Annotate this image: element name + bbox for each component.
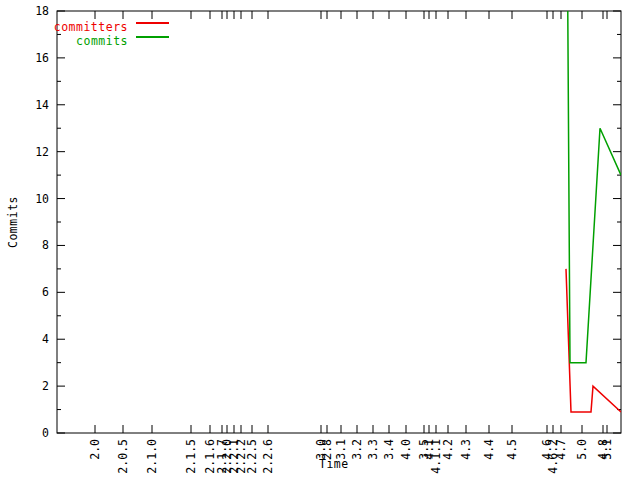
- svg-text:4.5: 4.5: [505, 439, 519, 460]
- svg-text:4.4: 4.4: [482, 439, 496, 460]
- svg-text:6: 6: [42, 285, 49, 299]
- svg-text:3.3: 3.3: [366, 439, 380, 460]
- legend-line-sample-commits: [136, 36, 169, 38]
- svg-text:4.7: 4.7: [554, 439, 568, 460]
- svg-text:4.0: 4.0: [399, 439, 413, 460]
- series-line-committers: [566, 269, 621, 412]
- svg-text:4: 4: [42, 332, 49, 346]
- svg-text:3.4: 3.4: [382, 439, 396, 460]
- axis-ticks: [57, 11, 621, 433]
- svg-text:2.1.0: 2.1.0: [145, 439, 159, 474]
- svg-text:8: 8: [42, 238, 49, 252]
- legend: committers commits: [0, 16, 180, 44]
- svg-text:12: 12: [35, 145, 49, 159]
- svg-text:14: 14: [35, 98, 49, 112]
- legend-item-committers: committers: [0, 16, 180, 30]
- plot-border: [57, 11, 621, 433]
- svg-text:4.2: 4.2: [441, 439, 455, 460]
- svg-text:2.0.5: 2.0.5: [116, 439, 130, 474]
- svg-text:4.3: 4.3: [459, 439, 473, 460]
- y-axis-title: Commits: [6, 196, 20, 248]
- svg-text:3.2: 3.2: [350, 439, 364, 460]
- svg-text:2: 2: [42, 379, 49, 393]
- svg-text:10: 10: [35, 192, 49, 206]
- svg-text:5.1: 5.1: [600, 439, 614, 460]
- svg-text:2.1.5: 2.1.5: [184, 439, 198, 474]
- svg-text:2.2.5: 2.2.5: [245, 439, 259, 474]
- legend-label-commits: commits: [0, 34, 128, 48]
- svg-text:2.2.6: 2.2.6: [261, 439, 275, 474]
- axis-tick-labels: 0246810121416182.02.0.52.1.02.1.52.1.62.…: [35, 4, 614, 474]
- x-axis-title: Time: [319, 457, 349, 471]
- svg-text:16: 16: [35, 51, 49, 65]
- gnuplot-commits-chart: 0246810121416182.02.0.52.1.02.1.52.1.62.…: [0, 0, 640, 480]
- svg-text:2.0: 2.0: [88, 439, 102, 460]
- legend-item-commits: commits: [0, 30, 180, 44]
- plot-canvas: 0246810121416182.02.0.52.1.02.1.52.1.62.…: [0, 0, 640, 480]
- series-line-commits: [566, 0, 621, 363]
- legend-line-sample-committers: [136, 22, 169, 24]
- svg-text:0: 0: [42, 426, 49, 440]
- svg-text:5.0: 5.0: [575, 439, 589, 460]
